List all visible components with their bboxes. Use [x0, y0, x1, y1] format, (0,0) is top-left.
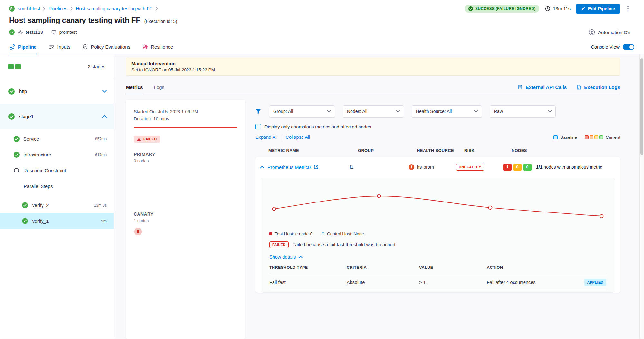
console-view-toggle[interactable] — [623, 44, 634, 50]
sidebar-stage-stage1[interactable]: stage1 — [0, 104, 114, 129]
metric-accordion-card: Prometheus Metric0 f1 hs-prom UNHEALTHY … — [255, 157, 620, 293]
breadcrumb-separator-icon — [70, 7, 73, 11]
external-link-icon[interactable] — [314, 165, 318, 169]
stage1-step-list: Service 857ms Infrastructure 617ms Resou… — [0, 129, 114, 229]
col-threshold-type: THRESHOLD TYPE — [269, 265, 347, 270]
metric-line-chart — [269, 186, 606, 228]
clock-icon — [545, 6, 550, 11]
chevron-down-icon[interactable] — [102, 90, 107, 93]
resilience-chaos-icon — [142, 44, 148, 50]
nodes-filter-value: Nodes: All — [347, 109, 367, 114]
collapse-caret-icon[interactable] — [260, 166, 264, 169]
nodes-ratio: 1/1 — [536, 165, 542, 170]
nodes-ratio-text: nodes with anomalous metric — [543, 165, 602, 170]
col-group: GROUP — [358, 148, 417, 153]
health-source-filter-dropdown[interactable]: Health Source: All — [412, 105, 482, 118]
chevron-down-icon — [396, 110, 400, 113]
sidebar-step-resource-constraint[interactable]: Resource Constraint — [0, 163, 114, 178]
environment-icon — [51, 30, 56, 35]
filter-funnel-icon[interactable] — [255, 108, 261, 114]
col-nodes: NODES — [512, 148, 620, 153]
banner-subtitle: Set to IGNORE on 05-Jul-2023 1:15:23 PM — [131, 67, 615, 72]
vertical-scrollbar[interactable] — [639, 54, 644, 339]
tab-pipeline[interactable]: Pipeline — [10, 40, 37, 54]
metric-row[interactable]: Prometheus Metric0 f1 hs-prom UNHEALTHY … — [255, 157, 620, 177]
breadcrumb-pipeline-name[interactable]: Host sampling canary testing with FF — [76, 6, 152, 11]
canary-node-hexagon[interactable] — [134, 228, 142, 235]
expand-all-link[interactable]: Expand All — [255, 135, 278, 140]
service-name[interactable]: test1123 — [26, 30, 43, 35]
sidebar-step-service[interactable]: Service 857ms — [0, 131, 114, 147]
tab-resilience[interactable]: Resilience — [142, 40, 173, 54]
main-tab-bar: Pipeline Inputs Policy Evaluations Resil… — [0, 40, 644, 54]
edit-pipeline-button[interactable]: Edit Pipeline — [576, 4, 620, 14]
link-divider — [282, 135, 282, 140]
criteria-value: Absolute — [347, 280, 419, 285]
show-details-link[interactable]: Show details — [269, 254, 606, 259]
external-api-calls-link[interactable]: External API Calls — [518, 84, 567, 90]
sidebar-step-verify-2[interactable]: Verify_2 13m 3s — [0, 197, 114, 213]
page-header: srm-hf-test Pipelines Host sampling cana… — [0, 0, 644, 36]
anomalous-only-checkbox[interactable] — [255, 124, 261, 129]
tab-logs[interactable]: Logs — [154, 80, 165, 94]
tab-policy-evaluations-label: Policy Evaluations — [91, 44, 130, 50]
col-risk: RISK — [464, 148, 512, 153]
success-check-icon — [22, 218, 28, 224]
metric-detail-panel: Test Host: c-node-0 Control Host: None F… — [261, 178, 615, 293]
tab-pipeline-label: Pipeline — [18, 44, 37, 50]
threshold-table-row: Fail fast Absolute > 1 Fail after 4 occu… — [269, 274, 606, 291]
tab-inputs[interactable]: Inputs — [49, 40, 71, 54]
line-chart-svg — [269, 186, 606, 228]
success-check-icon — [14, 136, 20, 142]
failed-badge-label: FAILED — [143, 137, 157, 141]
started-on-label: Started On: Jul 5, 2023 1:06 PM — [134, 108, 237, 116]
chevron-up-icon[interactable] — [102, 115, 107, 118]
collapse-all-link[interactable]: Collapse All — [286, 135, 310, 140]
kebab-menu-icon[interactable] — [625, 5, 630, 12]
stage-status-squares — [8, 64, 21, 69]
sidebar-step-verify-1[interactable]: Verify_1 9m — [0, 213, 114, 229]
sidebar-step-infrastructure[interactable]: Infrastructure 617ms — [0, 147, 114, 163]
metrics-filters-row: Group: All Nodes: All Health Source: All… — [255, 105, 620, 118]
logs-file-icon — [576, 85, 582, 90]
legend-current: Current — [585, 135, 620, 140]
tab-metrics-label: Metrics — [126, 84, 143, 90]
col-action: ACTION — [487, 265, 606, 270]
tab-policy-evaluations[interactable]: Policy Evaluations — [82, 40, 130, 54]
col-value: VALUE — [419, 265, 487, 270]
control-host-swatch — [322, 232, 324, 235]
tab-metrics[interactable]: Metrics — [126, 80, 143, 94]
environment-name[interactable]: promtest — [59, 30, 77, 35]
test-host-label: Test Host: c-node-0 — [275, 231, 312, 236]
sidebar-stage-http[interactable]: http — [0, 79, 114, 104]
execution-duration: 13m 11s — [545, 6, 571, 11]
action-value: Fail after 4 occurrences — [487, 280, 536, 285]
shield-check-icon — [82, 44, 88, 50]
step-service-duration: 857ms — [95, 137, 107, 141]
execution-logs-label: Execution Logs — [584, 84, 620, 90]
prometheus-health-source-icon — [409, 164, 414, 170]
col-criteria: CRITERIA — [347, 265, 419, 270]
nodes-filter-dropdown[interactable]: Nodes: All — [343, 105, 404, 118]
execution-id: (Execution Id: 5) — [144, 19, 177, 24]
metrics-table-header: METRIC NAME GROUP HEALTH SOURCE RISK NOD… — [255, 148, 620, 157]
scrollbar-thumb[interactable] — [640, 58, 643, 155]
sidebar-step-parallel-steps[interactable]: Parallel Steps — [0, 178, 114, 194]
step-infrastructure-label: Infrastructure — [24, 152, 51, 157]
group-filter-dropdown[interactable]: Group: All — [269, 105, 335, 118]
tab-resilience-label: Resilience — [151, 44, 173, 50]
console-view-label: Console View — [591, 44, 620, 50]
baseline-swatch — [553, 135, 558, 139]
breadcrumb-project[interactable]: srm-hf-test — [18, 6, 40, 11]
harness-logo-icon — [9, 6, 15, 12]
gear-icon — [18, 30, 23, 35]
data-type-dropdown[interactable]: Raw — [490, 105, 556, 118]
execution-stages-sidebar: 2 stages http stage1 Service 857ms Infra… — [0, 54, 114, 339]
breadcrumb-pipelines[interactable]: Pipelines — [48, 6, 67, 11]
stage-count-label: 2 stages — [88, 64, 105, 69]
threshold-type-value: Fail fast — [269, 280, 347, 285]
verification-progress-bar — [134, 127, 237, 128]
banner-title: Manual Intervention — [131, 61, 615, 66]
execution-logs-link[interactable]: Execution Logs — [576, 84, 620, 90]
metric-name-link[interactable]: Prometheus Metric0 — [267, 165, 311, 170]
